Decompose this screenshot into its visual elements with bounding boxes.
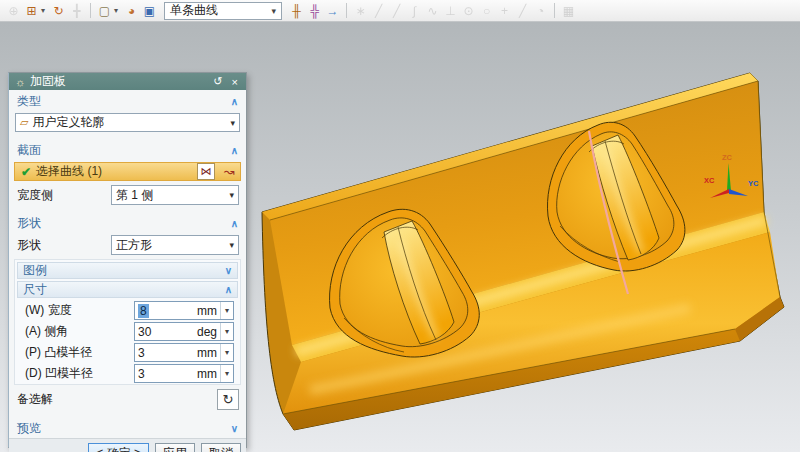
- zoom-box-icon[interactable]: ⊞: [23, 2, 40, 19]
- chevron-up-icon[interactable]: ∧: [231, 218, 238, 229]
- dimensions-label: 尺寸: [23, 281, 47, 298]
- pan-view-icon[interactable]: ╋: [68, 2, 85, 19]
- legend-band[interactable]: 图例 ∨: [17, 262, 238, 279]
- dim-punch-value[interactable]: 3: [138, 346, 145, 360]
- type-header-label: 类型: [17, 93, 41, 110]
- width-side-value: 第 1 侧: [116, 187, 153, 204]
- alternate-solution-row: 备选解 ↻: [9, 387, 246, 412]
- highlight-sphere-icon[interactable]: ◕: [123, 2, 140, 19]
- profile-icon: ▱: [20, 116, 28, 129]
- forward-arrow-icon[interactable]: →: [324, 2, 341, 19]
- stop-at-intersection-icon[interactable]: ⋈: [197, 163, 215, 180]
- chevron-up-icon[interactable]: ∧: [231, 96, 238, 107]
- chevron-up-icon[interactable]: ∧: [231, 145, 238, 156]
- width-side-row: 宽度侧 第 1 侧 ▾: [9, 183, 246, 207]
- dim-row-width: (W) 宽度 8 mm ▾: [15, 300, 240, 321]
- type-combo-value: 用户定义轮廓: [32, 114, 104, 131]
- shape-header-label: 形状: [17, 215, 41, 232]
- chevron-down-icon[interactable]: ∨: [225, 265, 232, 276]
- point-dialog-icon[interactable]: ╬: [306, 2, 323, 19]
- snap-point-toggle-icon[interactable]: ╫: [288, 2, 305, 19]
- chevron-down-icon[interactable]: ▾: [220, 365, 233, 382]
- mid-point-snap-icon[interactable]: ╱: [370, 2, 387, 19]
- apply-button[interactable]: 应用: [155, 443, 195, 452]
- selection-rectangle-icon[interactable]: ▢: [96, 2, 113, 19]
- snap-points-group: ∗╱╱∫∿⊥⊙○+╱◔: [350, 2, 551, 19]
- dim-width-unit: mm: [197, 304, 220, 318]
- alternate-solution-label: 备选解: [17, 391, 53, 408]
- curve-rule-icon[interactable]: ↝: [220, 163, 238, 180]
- snap-handle-icon[interactable]: ⊕: [5, 2, 22, 19]
- shape-value: 正方形: [116, 237, 152, 254]
- rotate-view-icon[interactable]: ↻: [50, 2, 67, 19]
- dim-die-unit: mm: [197, 367, 220, 381]
- intersection-snap-icon[interactable]: ⊥: [442, 2, 459, 19]
- type-combo[interactable]: ▱ 用户定义轮廓 ▾: [15, 113, 240, 132]
- selection-filter-combo[interactable]: 单条曲线 ▾: [164, 2, 282, 20]
- shape-combo[interactable]: 正方形 ▾: [111, 235, 239, 255]
- pole-snap-icon[interactable]: ∿: [424, 2, 441, 19]
- dim-die-input[interactable]: 3 mm ▾: [134, 364, 234, 383]
- chevron-down-icon[interactable]: ▾: [220, 344, 233, 361]
- section-header-section[interactable]: 截面 ∧: [9, 139, 246, 160]
- dialog-buttons: < 确定 > 应用 取消: [9, 438, 246, 452]
- legend-label: 图例: [23, 262, 47, 279]
- dim-punch-input[interactable]: 3 mm ▾: [134, 343, 234, 362]
- width-side-combo[interactable]: 第 1 侧 ▾: [111, 185, 239, 205]
- solid-body-filter-icon[interactable]: ▣: [141, 2, 158, 19]
- snap-toggle-group: ╫╬→: [286, 2, 343, 19]
- section-header-type[interactable]: 类型 ∧: [9, 90, 246, 111]
- quadrant-snap-icon[interactable]: ○: [478, 2, 495, 19]
- end-point-snap-icon[interactable]: ∗: [352, 2, 369, 19]
- zoom-box-icon-dropdown[interactable]: ▾: [41, 6, 49, 15]
- y-axis-label: YC: [748, 179, 759, 188]
- dim-width-value[interactable]: 8: [138, 304, 149, 318]
- dimensions-band[interactable]: 尺寸 ∧: [17, 281, 238, 298]
- spline-point-snap-icon[interactable]: ∫: [406, 2, 423, 19]
- chevron-down-icon[interactable]: ▾: [229, 190, 234, 200]
- application-window: ZC XC YC ⊕⊞▾↻╋ ▢▾◕▣ 单条曲线 ▾ ╫╬→ ∗╱╱∫∿⊥⊙○+…: [0, 0, 800, 452]
- selection-filter-value: 单条曲线: [170, 2, 218, 19]
- dim-angle-value[interactable]: 30: [138, 325, 151, 339]
- chevron-down-icon[interactable]: ▾: [229, 240, 234, 250]
- chevron-down-icon[interactable]: ▾: [230, 118, 235, 128]
- chevron-up-icon[interactable]: ∧: [225, 284, 232, 295]
- toolbar: ⊕⊞▾↻╋ ▢▾◕▣ 单条曲线 ▾ ╫╬→ ∗╱╱∫∿⊥⊙○+╱◔ ▦: [0, 0, 800, 22]
- dim-row-die-radius: (D) 凹模半径 3 mm ▾: [15, 363, 240, 384]
- grid-icon[interactable]: ▦: [560, 2, 577, 19]
- section-header-shape[interactable]: 形状 ∧: [9, 212, 246, 233]
- point-on-curve-snap-icon[interactable]: ╱: [514, 2, 531, 19]
- dialog-title: 加固板: [30, 73, 206, 90]
- control-point-snap-icon[interactable]: ╱: [388, 2, 405, 19]
- dim-punch-label: (P) 凸模半径: [25, 344, 92, 361]
- gear-icon: ☼: [15, 76, 25, 88]
- angle-bracket-part[interactable]: [262, 73, 784, 430]
- arc-center-snap-icon[interactable]: ⊙: [460, 2, 477, 19]
- chevron-down-icon[interactable]: ▾: [271, 6, 276, 16]
- dim-die-value[interactable]: 3: [138, 367, 145, 381]
- existing-point-snap-icon[interactable]: +: [496, 2, 513, 19]
- dim-die-label: (D) 凹模半径: [25, 365, 93, 382]
- view-tools-group: ⊕⊞▾↻╋: [3, 2, 87, 19]
- ok-button[interactable]: < 确定 >: [88, 443, 149, 452]
- selection-rectangle-icon-dropdown[interactable]: ▾: [114, 6, 122, 15]
- grid-group: ▦: [558, 2, 579, 19]
- dim-row-punch-radius: (P) 凸模半径 3 mm ▾: [15, 342, 240, 363]
- selection-tools-group: ▢▾◕▣: [94, 2, 160, 19]
- section-header-label: 截面: [17, 142, 41, 159]
- point-on-face-snap-icon[interactable]: ◔: [532, 2, 549, 19]
- cycle-solutions-icon[interactable]: ↻: [217, 389, 239, 410]
- close-icon[interactable]: ×: [230, 76, 240, 88]
- dim-angle-unit: deg: [197, 325, 220, 339]
- section-header-preview[interactable]: 预览 ∨: [9, 417, 246, 438]
- select-curve-row[interactable]: ✔ 选择曲线 (1) ⋈ ↝: [14, 162, 241, 181]
- chevron-down-icon[interactable]: ∨: [231, 423, 238, 434]
- preview-label: 预览: [17, 420, 41, 437]
- cancel-button[interactable]: 取消: [201, 443, 241, 452]
- dialog-titlebar[interactable]: ☼ 加固板 ↺ ×: [9, 73, 246, 90]
- chevron-down-icon[interactable]: ▾: [220, 302, 233, 319]
- chevron-down-icon[interactable]: ▾: [220, 323, 233, 340]
- reset-icon[interactable]: ↺: [211, 75, 224, 88]
- dim-angle-input[interactable]: 30 deg ▾: [134, 322, 234, 341]
- dim-width-input[interactable]: 8 mm ▾: [134, 301, 234, 320]
